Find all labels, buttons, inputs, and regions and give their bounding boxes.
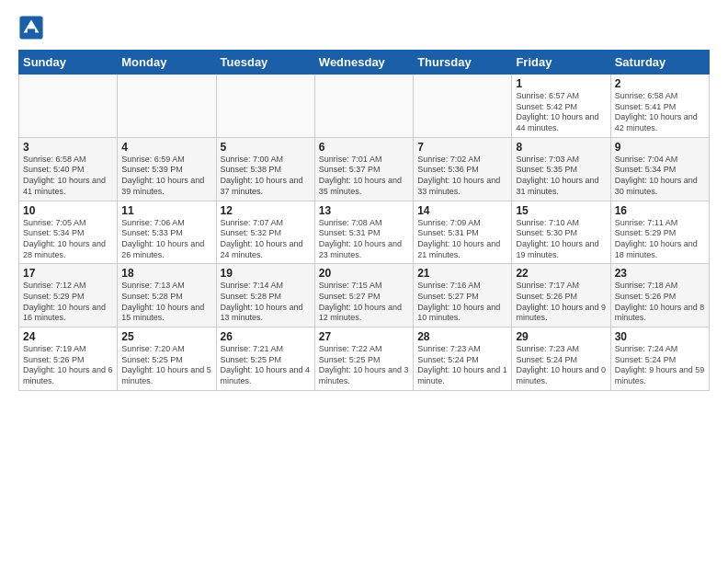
day-number: 13 [319, 204, 409, 217]
day-info: Sunrise: 7:18 AM Sunset: 5:26 PM Dayligh… [615, 281, 705, 324]
day-cell: 14Sunrise: 7:09 AM Sunset: 5:31 PM Dayli… [414, 201, 512, 264]
day-info: Sunrise: 7:22 AM Sunset: 5:25 PM Dayligh… [319, 344, 409, 387]
day-number: 27 [319, 330, 409, 343]
calendar-table: SundayMondayTuesdayWednesdayThursdayFrid… [18, 50, 710, 391]
day-cell: 28Sunrise: 7:23 AM Sunset: 5:24 PM Dayli… [414, 327, 512, 391]
day-info: Sunrise: 7:13 AM Sunset: 5:28 PM Dayligh… [121, 281, 211, 324]
day-info: Sunrise: 6:58 AM Sunset: 5:41 PM Dayligh… [615, 91, 705, 134]
col-header-friday: Friday [512, 51, 610, 75]
day-info: Sunrise: 7:00 AM Sunset: 5:38 PM Dayligh… [221, 155, 311, 198]
col-header-monday: Monday [118, 51, 216, 75]
day-cell: 22Sunrise: 7:17 AM Sunset: 5:26 PM Dayli… [512, 264, 610, 327]
day-cell: 19Sunrise: 7:14 AM Sunset: 5:28 PM Dayli… [216, 264, 314, 327]
day-number: 20 [319, 267, 409, 280]
day-cell: 4Sunrise: 6:59 AM Sunset: 5:39 PM Daylig… [118, 137, 216, 201]
week-row-1: 1Sunrise: 6:57 AM Sunset: 5:42 PM Daylig… [19, 75, 710, 138]
day-cell: 23Sunrise: 7:18 AM Sunset: 5:26 PM Dayli… [610, 264, 709, 327]
day-number: 1 [516, 77, 606, 90]
day-number: 22 [516, 267, 606, 280]
day-info: Sunrise: 7:03 AM Sunset: 5:35 PM Dayligh… [516, 155, 606, 198]
day-cell: 25Sunrise: 7:20 AM Sunset: 5:25 PM Dayli… [118, 327, 216, 391]
day-number: 7 [417, 141, 507, 154]
day-cell: 12Sunrise: 7:07 AM Sunset: 5:32 PM Dayli… [216, 201, 314, 264]
day-cell: 5Sunrise: 7:00 AM Sunset: 5:38 PM Daylig… [216, 137, 314, 201]
day-number: 8 [516, 141, 606, 154]
day-info: Sunrise: 7:23 AM Sunset: 5:24 PM Dayligh… [516, 344, 606, 387]
day-info: Sunrise: 7:12 AM Sunset: 5:29 PM Dayligh… [23, 281, 113, 324]
day-cell: 20Sunrise: 7:15 AM Sunset: 5:27 PM Dayli… [314, 264, 413, 327]
day-number: 14 [417, 204, 507, 217]
day-info: Sunrise: 7:04 AM Sunset: 5:34 PM Dayligh… [615, 155, 705, 198]
day-cell: 13Sunrise: 7:08 AM Sunset: 5:31 PM Dayli… [314, 201, 413, 264]
day-cell [19, 75, 118, 138]
day-info: Sunrise: 7:20 AM Sunset: 5:25 PM Dayligh… [121, 344, 211, 387]
day-number: 26 [221, 330, 311, 343]
day-cell: 30Sunrise: 7:24 AM Sunset: 5:24 PM Dayli… [610, 327, 709, 391]
day-cell [314, 75, 413, 138]
day-cell: 3Sunrise: 6:58 AM Sunset: 5:40 PM Daylig… [19, 137, 118, 201]
day-info: Sunrise: 7:09 AM Sunset: 5:31 PM Dayligh… [417, 218, 507, 261]
day-cell: 1Sunrise: 6:57 AM Sunset: 5:42 PM Daylig… [512, 75, 610, 138]
day-info: Sunrise: 7:10 AM Sunset: 5:30 PM Dayligh… [516, 218, 606, 261]
day-cell: 2Sunrise: 6:58 AM Sunset: 5:41 PM Daylig… [610, 75, 709, 138]
day-number: 5 [221, 141, 311, 154]
day-info: Sunrise: 7:24 AM Sunset: 5:24 PM Dayligh… [615, 344, 705, 387]
day-info: Sunrise: 7:17 AM Sunset: 5:26 PM Dayligh… [516, 281, 606, 324]
day-info: Sunrise: 7:23 AM Sunset: 5:24 PM Dayligh… [417, 344, 507, 387]
day-info: Sunrise: 7:02 AM Sunset: 5:36 PM Dayligh… [417, 155, 507, 198]
week-row-5: 24Sunrise: 7:19 AM Sunset: 5:26 PM Dayli… [19, 327, 710, 391]
day-info: Sunrise: 7:19 AM Sunset: 5:26 PM Dayligh… [23, 344, 113, 387]
day-info: Sunrise: 7:05 AM Sunset: 5:34 PM Dayligh… [23, 218, 113, 261]
day-number: 18 [121, 267, 211, 280]
day-info: Sunrise: 7:14 AM Sunset: 5:28 PM Dayligh… [221, 281, 311, 324]
day-number: 25 [121, 330, 211, 343]
day-number: 17 [23, 267, 113, 280]
day-cell: 24Sunrise: 7:19 AM Sunset: 5:26 PM Dayli… [19, 327, 118, 391]
day-number: 28 [417, 330, 507, 343]
logo-icon [18, 15, 44, 40]
day-cell: 8Sunrise: 7:03 AM Sunset: 5:35 PM Daylig… [512, 137, 610, 201]
day-cell: 7Sunrise: 7:02 AM Sunset: 5:36 PM Daylig… [414, 137, 512, 201]
day-number: 12 [221, 204, 311, 217]
day-cell [414, 75, 512, 138]
header [18, 15, 710, 40]
day-number: 16 [615, 204, 705, 217]
day-number: 4 [121, 141, 211, 154]
day-number: 24 [23, 330, 113, 343]
logo [18, 15, 48, 40]
col-header-saturday: Saturday [610, 51, 709, 75]
week-row-2: 3Sunrise: 6:58 AM Sunset: 5:40 PM Daylig… [19, 137, 710, 201]
day-number: 6 [319, 141, 409, 154]
day-info: Sunrise: 7:01 AM Sunset: 5:37 PM Dayligh… [319, 155, 409, 198]
day-info: Sunrise: 6:57 AM Sunset: 5:42 PM Dayligh… [516, 91, 606, 134]
day-cell: 10Sunrise: 7:05 AM Sunset: 5:34 PM Dayli… [19, 201, 118, 264]
day-number: 19 [221, 267, 311, 280]
day-cell: 17Sunrise: 7:12 AM Sunset: 5:29 PM Dayli… [19, 264, 118, 327]
day-number: 30 [615, 330, 705, 343]
day-cell: 26Sunrise: 7:21 AM Sunset: 5:25 PM Dayli… [216, 327, 314, 391]
day-cell: 9Sunrise: 7:04 AM Sunset: 5:34 PM Daylig… [610, 137, 709, 201]
day-cell: 18Sunrise: 7:13 AM Sunset: 5:28 PM Dayli… [118, 264, 216, 327]
col-header-thursday: Thursday [414, 51, 512, 75]
day-info: Sunrise: 7:21 AM Sunset: 5:25 PM Dayligh… [221, 344, 311, 387]
col-header-tuesday: Tuesday [216, 51, 314, 75]
day-number: 11 [121, 204, 211, 217]
day-cell: 15Sunrise: 7:10 AM Sunset: 5:30 PM Dayli… [512, 201, 610, 264]
day-cell: 21Sunrise: 7:16 AM Sunset: 5:27 PM Dayli… [414, 264, 512, 327]
day-info: Sunrise: 6:58 AM Sunset: 5:40 PM Dayligh… [23, 155, 113, 198]
page: SundayMondayTuesdayWednesdayThursdayFrid… [0, 0, 728, 563]
day-number: 3 [23, 141, 113, 154]
day-info: Sunrise: 7:15 AM Sunset: 5:27 PM Dayligh… [319, 281, 409, 324]
header-row: SundayMondayTuesdayWednesdayThursdayFrid… [19, 51, 710, 75]
day-cell: 29Sunrise: 7:23 AM Sunset: 5:24 PM Dayli… [512, 327, 610, 391]
day-info: Sunrise: 7:16 AM Sunset: 5:27 PM Dayligh… [417, 281, 507, 324]
day-cell: 6Sunrise: 7:01 AM Sunset: 5:37 PM Daylig… [314, 137, 413, 201]
day-number: 9 [615, 141, 705, 154]
col-header-wednesday: Wednesday [314, 51, 413, 75]
day-info: Sunrise: 7:06 AM Sunset: 5:33 PM Dayligh… [121, 218, 211, 261]
day-number: 23 [615, 267, 705, 280]
day-info: Sunrise: 7:07 AM Sunset: 5:32 PM Dayligh… [221, 218, 311, 261]
day-info: Sunrise: 7:08 AM Sunset: 5:31 PM Dayligh… [319, 218, 409, 261]
day-info: Sunrise: 6:59 AM Sunset: 5:39 PM Dayligh… [121, 155, 211, 198]
week-row-3: 10Sunrise: 7:05 AM Sunset: 5:34 PM Dayli… [19, 201, 710, 264]
